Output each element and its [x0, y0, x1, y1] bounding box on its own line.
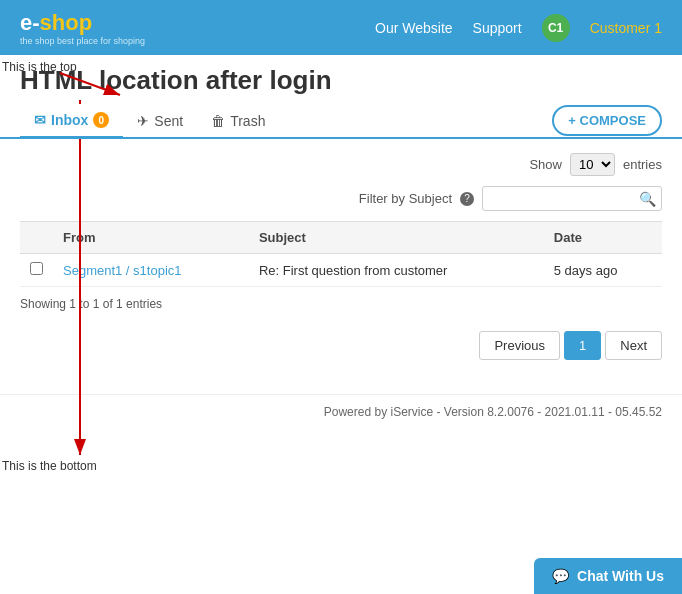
sent-icon: ✈	[137, 113, 149, 129]
top-annotation: This is the top	[2, 60, 77, 74]
filter-input[interactable]	[482, 186, 662, 211]
nav-website[interactable]: Our Website	[375, 20, 453, 36]
pagination: Previous 1 Next	[20, 331, 662, 360]
bottom-annotation: This is the bottom	[2, 459, 97, 473]
row-date: 5 days ago	[544, 254, 662, 287]
user-name: Customer 1	[590, 20, 662, 36]
header: e-shop the shop best place for shoping O…	[0, 0, 682, 55]
table-head: From Subject Date	[20, 222, 662, 254]
nav-support[interactable]: Support	[473, 20, 522, 36]
logo-text: e-shop	[20, 10, 145, 36]
col-checkbox	[20, 222, 53, 254]
filter-label: Filter by Subject	[359, 191, 452, 206]
tab-trash[interactable]: 🗑 Trash	[197, 105, 279, 137]
search-icon: 🔍	[639, 191, 656, 207]
logo: e-shop the shop best place for shoping	[20, 10, 145, 46]
next-button[interactable]: Next	[605, 331, 662, 360]
table-area: Show 10 25 50 entries Filter by Subject …	[0, 139, 682, 374]
page-1-button[interactable]: 1	[564, 331, 601, 360]
footer-version: - Version 8.2.0076 - 2021.01.11 - 05.45.…	[437, 405, 663, 419]
prev-button[interactable]: Previous	[479, 331, 560, 360]
table-controls: Show 10 25 50 entries	[20, 153, 662, 176]
user-avatar: C1	[542, 14, 570, 42]
footer-brand: Powered by iService	[324, 405, 433, 419]
col-subject: Subject	[249, 222, 544, 254]
row-from: Segment1 / s1topic1	[53, 254, 249, 287]
row-checkbox[interactable]	[30, 262, 43, 275]
inbox-icon: ✉	[34, 112, 46, 128]
logo-tagline: the shop best place for shoping	[20, 36, 145, 46]
tab-sent[interactable]: ✈ Sent	[123, 105, 197, 137]
footer: Powered by iService - Version 8.2.0076 -…	[0, 394, 682, 429]
table-row: Segment1 / s1topic1 Re: First question f…	[20, 254, 662, 287]
logo-shop: shop	[40, 10, 93, 35]
chat-icon: 💬	[552, 568, 569, 584]
tabs-bar: ✉ Inbox 0 ✈ Sent 🗑 Trash + COMPOSE	[0, 104, 682, 139]
chat-button[interactable]: 💬 Chat With Us	[534, 558, 682, 594]
nav-links: Our Website Support C1 Customer 1	[375, 14, 662, 42]
tab-inbox[interactable]: ✉ Inbox 0	[20, 104, 123, 139]
show-label: Show	[529, 157, 562, 172]
showing-text: Showing 1 to 1 of 1 entries	[20, 297, 662, 311]
compose-button[interactable]: + COMPOSE	[552, 105, 662, 136]
entries-label: entries	[623, 157, 662, 172]
row-checkbox-cell	[20, 254, 53, 287]
page-title-area: HTML location after login	[0, 55, 682, 104]
inbox-badge: 0	[93, 112, 109, 128]
table-header-row: From Subject Date	[20, 222, 662, 254]
tab-trash-label: Trash	[230, 113, 265, 129]
tab-inbox-label: Inbox	[51, 112, 88, 128]
logo-e: e-	[20, 10, 40, 35]
chat-label: Chat With Us	[577, 568, 664, 584]
filter-wrap: 🔍	[482, 186, 662, 211]
row-subject: Re: First question from customer	[249, 254, 544, 287]
filter-row: Filter by Subject ? 🔍	[20, 186, 662, 211]
trash-icon: 🗑	[211, 113, 225, 129]
tab-sent-label: Sent	[154, 113, 183, 129]
filter-info-icon: ?	[460, 192, 474, 206]
page-title: HTML location after login	[20, 65, 662, 96]
col-date: Date	[544, 222, 662, 254]
table-body: Segment1 / s1topic1 Re: First question f…	[20, 254, 662, 287]
from-link[interactable]: Segment1 / s1topic1	[63, 263, 182, 278]
data-table: From Subject Date Segment1 / s1topic1 Re…	[20, 221, 662, 287]
show-select[interactable]: 10 25 50	[570, 153, 615, 176]
col-from: From	[53, 222, 249, 254]
